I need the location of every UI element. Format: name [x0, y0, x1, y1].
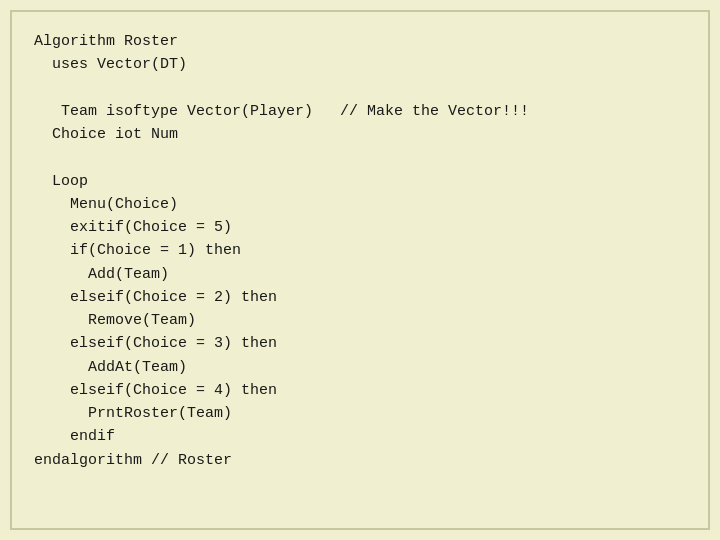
code-block: Algorithm Roster uses Vector(DT) Team is…	[34, 30, 686, 472]
code-container: Algorithm Roster uses Vector(DT) Team is…	[10, 10, 710, 530]
